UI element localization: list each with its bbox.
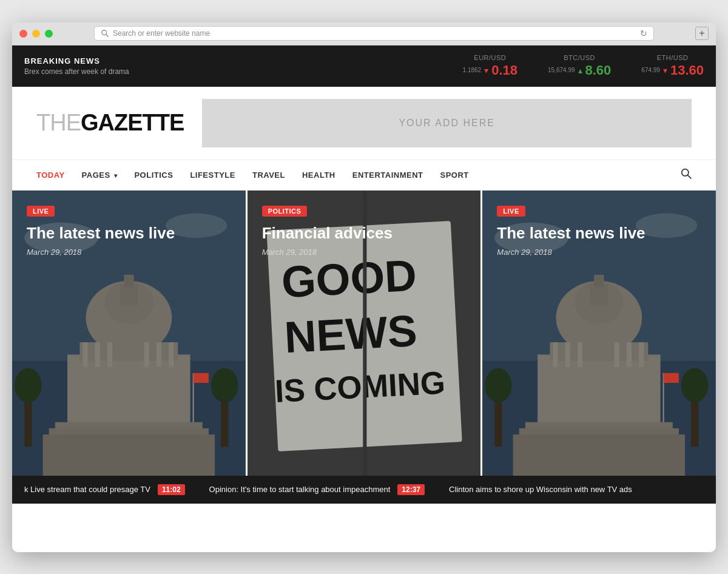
ticker-text-2: Opinion: It's time to start talking abou… xyxy=(209,485,391,494)
crypto-change-btcusd: 15,674.99 xyxy=(548,67,575,73)
nav-link-politics[interactable]: POLITICS xyxy=(134,171,173,180)
logo-the: THE xyxy=(36,110,81,135)
chevron-down-icon: ▾ xyxy=(112,172,118,179)
maximize-button[interactable] xyxy=(45,30,53,38)
browser-window: Search or enter website name ↻ + BREAKIN… xyxy=(12,22,716,552)
svg-line-3 xyxy=(688,175,691,178)
nav-link-pages[interactable]: PAGES ▾ xyxy=(82,171,118,180)
nav-link-lifestyle[interactable]: LIFESTYLE xyxy=(190,171,235,180)
crypto-item-eurusd: EUR/USD 1.1862 ▾ 0.18 xyxy=(463,54,517,78)
hero-card-1-content: LIVE The latest news live March 29, 2018 xyxy=(27,205,231,257)
crypto-price-eurusd: 0.18 xyxy=(491,62,517,78)
page-footer xyxy=(12,504,716,552)
nav-item-sport[interactable]: SPORT xyxy=(440,169,469,180)
search-icon xyxy=(681,168,692,179)
crypto-pair-btcusd: BTC/USD xyxy=(548,54,611,61)
main-navigation: TODAY PAGES ▾ POLITICS LIFESTYLE TRAVEL … xyxy=(12,160,716,191)
breaking-news-title: BREAKING NEWS xyxy=(24,56,129,66)
nav-item-pages[interactable]: PAGES ▾ xyxy=(82,169,118,180)
site-header: THEGAZETTE YOUR ADD HERE xyxy=(12,87,716,160)
crypto-value-btcusd: 15,674.99 ▴ 8.60 xyxy=(548,62,611,78)
arrow-up-icon: ▴ xyxy=(578,66,582,75)
svg-rect-29 xyxy=(194,373,209,382)
ticker-item-3[interactable]: Clinton aims to shore up Wisconsin with … xyxy=(437,485,644,494)
address-text: Search or enter website name xyxy=(113,29,210,38)
nav-items: TODAY PAGES ▾ POLITICS LIFESTYLE TRAVEL … xyxy=(36,169,681,180)
nav-link-health[interactable]: HEALTH xyxy=(302,171,335,180)
hero-card-3-title: The latest news live xyxy=(497,224,701,243)
nav-item-entertainment[interactable]: ENTERTAINMENT xyxy=(352,169,423,180)
crypto-value-eurusd: 1.1862 ▾ 0.18 xyxy=(463,62,517,78)
nav-item-today[interactable]: TODAY xyxy=(36,169,65,180)
ad-banner-text: YOUR ADD HERE xyxy=(399,118,494,129)
svg-line-1 xyxy=(106,35,109,37)
ticker-time-2: 12:37 xyxy=(397,484,425,495)
search-button[interactable] xyxy=(681,168,692,182)
nav-item-lifestyle[interactable]: LIFESTYLE xyxy=(190,169,235,180)
crypto-pair-eurusd: EUR/USD xyxy=(463,54,517,61)
crypto-change-ethusd: 674.99 xyxy=(641,67,660,73)
hero-card-1-title: The latest news live xyxy=(27,224,231,243)
hero-card-1-date: March 29, 2018 xyxy=(27,248,231,257)
breaking-news-bar: BREAKING NEWS Brex comes after week of d… xyxy=(12,46,716,87)
hero-card-2-title: Financial advices xyxy=(262,224,467,243)
nav-item-politics[interactable]: POLITICS xyxy=(134,169,173,180)
ticker-bar: k Live stream that could presage TV 11:0… xyxy=(12,476,716,504)
crypto-item-btcusd: BTC/USD 15,674.99 ▴ 8.60 xyxy=(548,54,611,78)
ad-banner: YOUR ADD HERE xyxy=(202,99,692,147)
nav-link-sport[interactable]: SPORT xyxy=(440,171,469,180)
ticker-item-1[interactable]: k Live stream that could presage TV 11:0… xyxy=(12,484,197,495)
hero-card-3-badge: LIVE xyxy=(497,206,525,217)
hero-card-1-badge: LIVE xyxy=(27,206,55,217)
logo-name: GAZETTE xyxy=(81,110,184,135)
hero-card-2-content: POLITICS Financial advices March 29, 201… xyxy=(262,205,467,257)
nav-item-travel[interactable]: TRAVEL xyxy=(252,169,285,180)
arrow-down-icon-eth: ▾ xyxy=(663,66,667,75)
crypto-ticker: EUR/USD 1.1862 ▾ 0.18 BTC/USD 15,674.99 … xyxy=(463,54,704,78)
crypto-pair-ethusd: ETH/USD xyxy=(641,54,704,61)
ticker-text-1: k Live stream that could presage TV xyxy=(24,485,150,494)
crypto-change-eurusd: 1.1862 xyxy=(463,67,482,73)
minimize-button[interactable] xyxy=(32,30,40,38)
hero-card-3-content: LIVE The latest news live March 29, 2018 xyxy=(497,205,701,257)
ticker-time-1: 11:02 xyxy=(158,484,185,495)
nav-link-entertainment[interactable]: ENTERTAINMENT xyxy=(352,171,423,180)
crypto-item-ethusd: ETH/USD 674.99 ▾ 13.60 xyxy=(641,54,704,78)
refresh-icon[interactable]: ↻ xyxy=(640,29,647,38)
nav-link-travel[interactable]: TRAVEL xyxy=(252,171,285,180)
crypto-price-btcusd: 8.60 xyxy=(585,62,612,78)
ticker-item-2[interactable]: Opinion: It's time to start talking abou… xyxy=(197,484,437,495)
hero-card-3-date: March 29, 2018 xyxy=(497,248,701,257)
ticker-content: k Live stream that could presage TV 11:0… xyxy=(12,484,716,495)
hero-card-2-badge: POLITICS xyxy=(262,206,308,217)
hero-card-3[interactable]: LIVE The latest news live March 29, 2018 xyxy=(482,191,716,476)
hero-card-2[interactable]: GOOD NEWS IS COMING POLITICS Financial a… xyxy=(248,191,483,476)
breaking-news-subtitle: Brex comes after week of drama xyxy=(24,67,129,76)
site-logo[interactable]: THEGAZETTE xyxy=(36,110,184,136)
close-button[interactable] xyxy=(19,30,27,38)
nav-link-today[interactable]: TODAY xyxy=(36,171,65,180)
hero-card-2-date: March 29, 2018 xyxy=(262,248,467,257)
crypto-price-ethusd: 13.60 xyxy=(670,62,704,78)
arrow-down-icon: ▾ xyxy=(484,66,488,75)
crypto-value-ethusd: 674.99 ▾ 13.60 xyxy=(641,62,704,78)
svg-rect-62 xyxy=(664,373,679,382)
breaking-news-label: BREAKING NEWS Brex comes after week of d… xyxy=(24,56,129,76)
nav-item-health[interactable]: HEALTH xyxy=(302,169,335,180)
address-bar[interactable]: Search or enter website name ↻ xyxy=(94,26,654,41)
hero-section: LIVE The latest news live March 29, 2018… xyxy=(12,191,716,476)
hero-card-1[interactable]: LIVE The latest news live March 29, 2018 xyxy=(12,191,248,476)
browser-titlebar: Search or enter website name ↻ + xyxy=(12,22,716,46)
ticker-text-3: Clinton aims to shore up Wisconsin with … xyxy=(449,485,632,494)
new-tab-button[interactable]: + xyxy=(695,27,709,40)
search-icon xyxy=(101,29,109,38)
